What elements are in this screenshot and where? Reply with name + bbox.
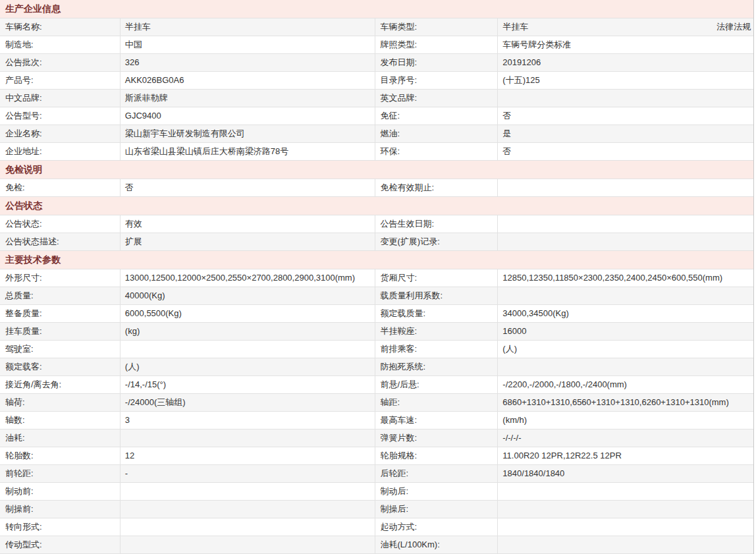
row-value-2: 否 xyxy=(502,107,511,125)
table-row: 总质量: 40000(Kg) 载质量利用系数: xyxy=(0,287,753,305)
row-value-1: 扩展 xyxy=(121,233,375,250)
row-label-1: 传动型式: xyxy=(0,536,121,553)
table-row: 前轮距: - 后轮距: 1840/1840/1840 xyxy=(0,465,753,483)
row-label-1: 公告批次: xyxy=(0,54,121,71)
row-value-1: 梁山新宇车业研发制造有限公司 xyxy=(121,125,375,142)
vehicle-info-table: 生产企业信息 车辆名称: 半挂车 车辆类型: 半挂车 法律法规 制造地: 中国 … xyxy=(0,0,754,554)
row-value-2-wrap: -/-/-/- xyxy=(498,429,753,447)
table-row: 公告状态: 有效 公告生效日期: xyxy=(0,215,753,233)
row-label-1: 免检: xyxy=(0,179,121,196)
table-row: 轴荷: -/24000(三轴组) 轴距: 6860+1310+1310,6560… xyxy=(0,394,753,412)
row-value-1: 斯派菲勒牌 xyxy=(121,90,375,107)
section-title: 主要技术参数 xyxy=(5,254,61,266)
row-label-1: 公告状态描述: xyxy=(0,233,121,250)
table-row: 转向形式: 起动方式: xyxy=(0,518,753,536)
row-value-1 xyxy=(121,429,375,447)
row-value-2-wrap xyxy=(498,215,753,233)
section-header: 公告状态 xyxy=(0,197,753,215)
table-row: 制造地: 中国 牌照类型: 车辆号牌分类标准 xyxy=(0,36,753,54)
row-label-2: 油耗(L/100Km): xyxy=(375,536,499,553)
row-value-1 xyxy=(121,518,375,536)
table-section: 生产企业信息 车辆名称: 半挂车 车辆类型: 半挂车 法律法规 制造地: 中国 … xyxy=(0,0,753,161)
row-label-1: 中文品牌: xyxy=(0,90,121,107)
row-value-1: 否 xyxy=(121,179,375,196)
row-value-2-wrap xyxy=(498,501,753,518)
row-label-1: 制操前: xyxy=(0,501,121,518)
row-value-2-wrap: 半挂车 法律法规 xyxy=(498,18,753,36)
row-value-2: 车辆号牌分类标准 xyxy=(502,36,571,53)
row-label-2: 环保: xyxy=(375,143,499,160)
row-value-2: (十五)125 xyxy=(502,72,539,89)
row-value-2: 否 xyxy=(502,143,511,160)
row-label-2: 后轮距: xyxy=(375,465,499,482)
row-label-2: 免征: xyxy=(375,107,499,125)
row-label-2: 防抱死系统: xyxy=(375,358,499,375)
row-label-2: 发布日期: xyxy=(375,54,499,71)
row-label-2: 免检有效期止: xyxy=(375,179,499,196)
row-value-2: 12850,12350,11850×2300,2350,2400,2450×60… xyxy=(502,269,722,287)
row-value-2-wrap: 1840/1840/1840 xyxy=(498,465,753,482)
row-label-1: 公告型号: xyxy=(0,107,121,125)
table-row: 制动前: 制动后: xyxy=(0,483,753,501)
row-value-2: 34000,34500(Kg) xyxy=(502,305,568,322)
table-row: 企业名称: 梁山新宇车业研发制造有限公司 燃油: 是 xyxy=(0,125,753,143)
row-value-1: 中国 xyxy=(121,36,375,53)
row-value-1: 半挂车 xyxy=(121,18,375,36)
row-label-2: 前排乘客: xyxy=(375,341,499,358)
table-row: 轴数: 3 最高车速: (km/h) xyxy=(0,412,753,429)
section-rows: 公告状态: 有效 公告生效日期: 公告状态描述: 扩展 变更(扩展)记录: xyxy=(0,215,753,251)
row-label-1: 产品号: xyxy=(0,72,121,89)
row-value-2-wrap: 是 xyxy=(498,125,753,142)
table-row: 公告批次: 326 发布日期: 20191206 xyxy=(0,54,753,72)
row-value-2-wrap xyxy=(498,518,753,536)
section-title: 免检说明 xyxy=(5,164,42,176)
row-label-2: 载质量利用系数: xyxy=(375,287,499,304)
row-value-1: GJC9400 xyxy=(121,107,375,125)
section-header: 免检说明 xyxy=(0,161,753,179)
section-rows: 车辆名称: 半挂车 车辆类型: 半挂车 法律法规 制造地: 中国 牌照类型: 车… xyxy=(0,18,753,161)
row-value-1: 40000(Kg) xyxy=(121,287,375,304)
row-label-2: 英文品牌: xyxy=(375,90,499,107)
row-label-2: 弹簧片数: xyxy=(375,429,499,447)
row-label-2: 牌照类型: xyxy=(375,36,499,53)
row-label-2: 燃油: xyxy=(375,125,499,142)
row-value-2: -/-/-/- xyxy=(502,429,521,447)
table-row: 制操前: 制操后: xyxy=(0,501,753,518)
section-header: 生产企业信息 xyxy=(0,0,753,18)
row-label-1: 转向形式: xyxy=(0,518,121,536)
table-row: 免检: 否 免检有效期止: xyxy=(0,179,753,197)
section-header: 主要技术参数 xyxy=(0,251,753,269)
row-label-1: 接近角/离去角: xyxy=(0,376,121,393)
row-value-1: (人) xyxy=(121,358,375,375)
row-value-1: 13000,12500,12000×2500,2550×2700,2800,29… xyxy=(121,269,375,287)
row-value-1: 有效 xyxy=(121,215,375,233)
row-value-1: 12 xyxy=(121,447,375,464)
row-label-1: 企业地址: xyxy=(0,143,121,160)
row-label-1: 驾驶室: xyxy=(0,341,121,358)
row-value-2-wrap: (人) xyxy=(498,341,753,358)
row-value-2-wrap: 11.00R20 12PR,12R22.5 12PR xyxy=(498,447,753,464)
row-label-2: 起动方式: xyxy=(375,518,499,536)
row-value-1: 3 xyxy=(121,412,375,429)
row-value-2-wrap: 12850,12350,11850×2300,2350,2400,2450×60… xyxy=(498,269,753,287)
row-label-1: 轮胎数: xyxy=(0,447,121,464)
row-value-1 xyxy=(121,536,375,553)
row-label-1: 额定载客: xyxy=(0,358,121,375)
laws-link[interactable]: 法律法规 xyxy=(716,18,751,36)
table-section: 公告状态 公告状态: 有效 公告生效日期: 公告状态描述: 扩展 变更(扩展)记… xyxy=(0,197,753,251)
table-row: 企业地址: 山东省梁山县梁山镇后庄大桥南梁济路78号 环保: 否 xyxy=(0,143,753,161)
row-label-1: 公告状态: xyxy=(0,215,121,233)
row-value-2: (人) xyxy=(502,341,517,358)
row-value-2: 1840/1840/1840 xyxy=(502,465,564,482)
row-value-1 xyxy=(121,483,375,500)
row-value-2: 半挂车 xyxy=(502,18,528,36)
table-row: 传动型式: 油耗(L/100Km): xyxy=(0,536,753,554)
table-section: 主要技术参数 外形尺寸: 13000,12500,12000×2500,2550… xyxy=(0,251,753,554)
row-value-2: 16000 xyxy=(502,323,526,340)
row-value-2-wrap: (km/h) xyxy=(498,412,753,429)
row-label-2: 前悬/后悬: xyxy=(375,376,499,393)
row-label-1: 轴数: xyxy=(0,412,121,429)
row-value-2-wrap xyxy=(498,233,753,250)
row-label-2: 轴距: xyxy=(375,394,499,411)
row-value-2: 6860+1310+1310,6560+1310+1310,6260+1310+… xyxy=(502,394,728,411)
